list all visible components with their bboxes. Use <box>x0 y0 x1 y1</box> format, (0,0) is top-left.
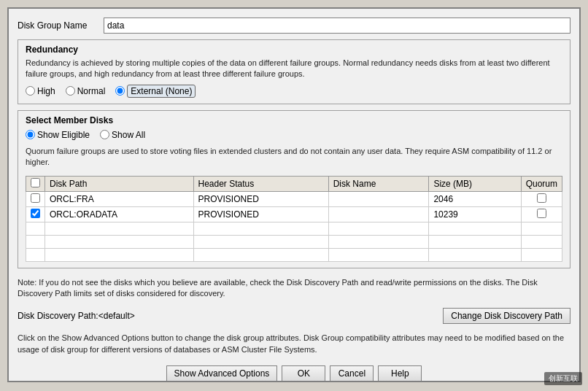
discovery-path-label: Disk Discovery Path:<default> <box>18 311 135 321</box>
table-row: ORCL:ORADATA PROVISIONED 10239 <box>26 206 562 222</box>
row2-checkbox-cell <box>26 206 45 222</box>
show-radio-group: Show Eligible Show All <box>26 130 562 140</box>
show-eligible[interactable]: Show Eligible <box>26 130 90 140</box>
show-advanced-options-button[interactable]: Show Advanced Options <box>166 365 278 382</box>
col-header-checkbox <box>26 176 45 191</box>
col-header-quorum: Quorum <box>521 176 562 191</box>
row2-size-mb: 10239 <box>429 206 521 222</box>
spacer-row <box>26 235 562 248</box>
col-header-disk-name: Disk Name <box>328 176 429 191</box>
quorum-text: Quorum failure groups are used to store … <box>26 146 562 169</box>
bottom-text: Click on the Show Advanced Options butto… <box>18 330 570 357</box>
col-header-size-mb: Size (MB) <box>429 176 521 191</box>
spacer-row <box>26 248 562 261</box>
ok-button[interactable]: OK <box>282 365 325 382</box>
row2-quorum <box>521 206 562 222</box>
redundancy-group: Redundancy Redundancy is achieved by sto… <box>18 39 570 104</box>
note-text: Note: If you do not see the disks which … <box>18 278 538 298</box>
cancel-button[interactable]: Cancel <box>330 365 374 382</box>
disk-group-name-input[interactable] <box>104 18 570 34</box>
redundancy-normal-label: Normal <box>77 86 106 96</box>
row1-size-mb: 2046 <box>429 191 521 206</box>
redundancy-high-label: High <box>37 86 55 96</box>
row2-checkbox[interactable] <box>31 209 40 218</box>
row1-header-status: PROVISIONED <box>193 191 328 206</box>
row2-quorum-checkbox[interactable] <box>537 209 546 218</box>
redundancy-external-label: External (None) <box>127 85 196 98</box>
row2-header-status: PROVISIONED <box>193 206 328 222</box>
col-header-disk-path: Disk Path <box>45 176 194 191</box>
table-row: ORCL:FRA PROVISIONED 2046 <box>26 191 562 206</box>
redundancy-external[interactable]: External (None) <box>115 85 196 98</box>
row2-disk-path: ORCL:ORADATA <box>45 206 194 222</box>
change-discovery-path-button[interactable]: Change Disk Discovery Path <box>443 308 570 324</box>
show-all-label: Show All <box>112 130 145 140</box>
discovery-path-row: Disk Discovery Path:<default> Change Dis… <box>18 308 570 324</box>
row1-quorum <box>521 191 562 206</box>
member-disks-title: Select Member Disks <box>26 115 562 125</box>
disk-group-name-label: Disk Group Name <box>18 20 98 31</box>
spacer-row <box>26 222 562 235</box>
show-all[interactable]: Show All <box>100 130 145 140</box>
select-all-checkbox[interactable] <box>31 178 40 187</box>
redundancy-high[interactable]: High <box>26 86 55 96</box>
disk-table-wrapper: Disk Path Header Status Disk Name Size (… <box>26 176 562 262</box>
member-disks-group: Select Member Disks Show Eligible Show A… <box>18 110 570 268</box>
redundancy-description: Redundancy is achieved by storing multip… <box>26 58 562 80</box>
row2-disk-name <box>328 206 429 222</box>
row1-checkbox-cell <box>26 191 45 206</box>
bottom-buttons: Show Advanced Options OK Cancel Help <box>18 365 570 382</box>
redundancy-title: Redundancy <box>26 44 562 55</box>
note-section: Note: If you do not see the disks which … <box>18 274 570 301</box>
help-button[interactable]: Help <box>378 365 422 382</box>
col-header-header-status: Header Status <box>193 176 328 191</box>
redundancy-radio-group: High Normal External (None) <box>26 85 562 98</box>
watermark: 创新互联 <box>544 372 582 385</box>
row1-quorum-checkbox[interactable] <box>537 193 546 203</box>
redundancy-normal[interactable]: Normal <box>66 86 106 96</box>
row1-disk-name <box>328 191 429 206</box>
show-eligible-label: Show Eligible <box>37 130 90 140</box>
row1-disk-path: ORCL:FRA <box>45 191 194 206</box>
disk-table: Disk Path Header Status Disk Name Size (… <box>26 176 562 262</box>
row1-checkbox[interactable] <box>31 193 40 203</box>
